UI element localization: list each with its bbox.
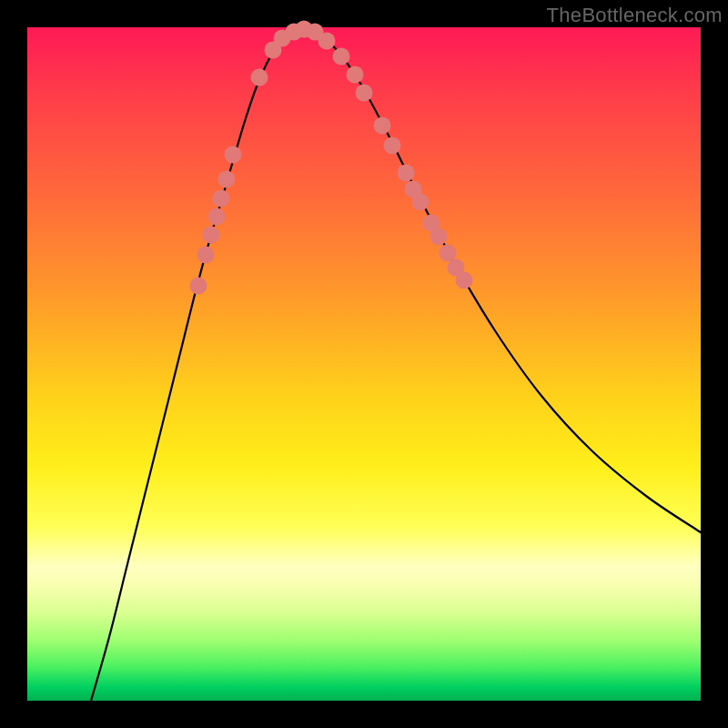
curve-marker — [347, 66, 364, 84]
curve-marker — [190, 278, 207, 295]
curve-marker — [225, 147, 242, 164]
curve-marker — [398, 165, 415, 182]
chart-frame: TheBottleneck.com — [0, 0, 728, 728]
curve-marker — [440, 245, 457, 262]
curve-marker — [218, 171, 236, 188]
chart-svg — [27, 27, 701, 701]
curve-marker — [197, 247, 215, 264]
curve-marker — [203, 227, 220, 244]
curve-marker — [208, 208, 226, 226]
curve-marker — [412, 194, 430, 211]
curve-marker — [456, 272, 473, 289]
curve-markers — [190, 21, 473, 295]
bottleneck-curve — [91, 29, 701, 701]
plot-area — [27, 27, 701, 701]
curve-marker — [430, 228, 448, 246]
watermark-text: TheBottleneck.com — [547, 4, 723, 27]
curve-marker — [333, 48, 350, 66]
curve-marker — [251, 69, 268, 86]
curve-marker — [374, 117, 391, 135]
curve-marker — [213, 190, 230, 207]
curve-marker — [384, 137, 401, 155]
curve-marker — [356, 85, 373, 102]
curve-marker — [318, 33, 336, 50]
